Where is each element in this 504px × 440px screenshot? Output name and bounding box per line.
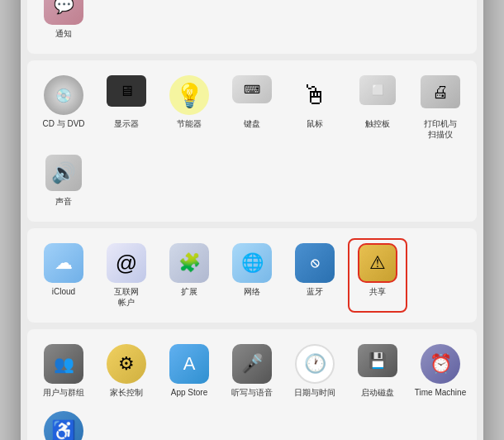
- pref-icloud[interactable]: ☁ iCloud: [34, 238, 93, 313]
- pref-internet-label: 互联网帐户: [114, 286, 139, 308]
- pref-share[interactable]: ⚠ 共享: [348, 238, 407, 313]
- pref-datetime[interactable]: 🕐 日期与时间: [285, 339, 345, 403]
- system-preferences-window: ‹ › 系统偏好设置 🔍 ⚙ 通用: [21, 0, 483, 440]
- pref-share-label: 共享: [369, 286, 386, 297]
- pref-energy[interactable]: 💡 节能器: [159, 70, 219, 145]
- pref-dictation[interactable]: 🎤 听写与语音: [222, 339, 282, 403]
- timemachine-icon: ⏰: [421, 344, 460, 384]
- pref-users[interactable]: 👥 用户与群组: [34, 339, 93, 403]
- pref-energy-label: 节能器: [177, 118, 202, 129]
- pref-icloud-label: iCloud: [52, 286, 75, 297]
- parental-icon: ⚙: [107, 344, 146, 384]
- pref-parental-label: 家长控制: [110, 387, 143, 398]
- section-hardware: 💿 CD 与 DVD 🖥 显示器 💡 节能器 ⌨ 键盘: [27, 60, 477, 222]
- pref-network-label: 网络: [244, 286, 260, 297]
- preferences-content: ⚙ 通用 🖥 桌面与屏幕保护程序 ⬛ Dock ⬜ Missio: [21, 0, 483, 440]
- pref-cd-label: CD 与 DVD: [42, 118, 84, 129]
- users-icon: 👥: [44, 344, 83, 384]
- pref-bluetooth[interactable]: ⦸ 蓝牙: [285, 238, 345, 313]
- sound-icon: 🔊: [45, 155, 82, 191]
- pref-display-label: 显示器: [114, 118, 139, 129]
- extend-icon: 🧩: [169, 243, 209, 283]
- pref-keyboard[interactable]: ⌨ 键盘: [222, 70, 282, 145]
- pref-appstore[interactable]: A App Store: [159, 339, 219, 403]
- dictation-icon: 🎤: [232, 344, 272, 384]
- pref-trackpad-label: 触控板: [365, 118, 390, 129]
- pref-mouse-label: 鼠标: [307, 118, 323, 129]
- share-icon: ⚠: [358, 243, 397, 283]
- pref-sound-label: 声音: [55, 196, 72, 207]
- datetime-icon: 🕐: [295, 344, 335, 384]
- pref-appstore-label: App Store: [171, 387, 207, 398]
- network-icon: 🌐: [232, 243, 272, 283]
- pref-internet[interactable]: @ 互联网帐户: [97, 238, 156, 313]
- pref-timemachine[interactable]: ⏰ Time Machine: [411, 339, 470, 403]
- section-internet: ☁ iCloud @ 互联网帐户 🧩 扩展 🌐 网络: [27, 228, 477, 323]
- pref-printer[interactable]: 🖨 打印机与扫描仪: [411, 70, 470, 145]
- internet-icon: @: [107, 243, 146, 283]
- section-personal: ⚙ 通用 🖥 桌面与屏幕保护程序 ⬛ Dock ⬜ Missio: [27, 0, 477, 54]
- notification-icon: 💬: [44, 0, 83, 25]
- printer-icon: 🖨: [421, 75, 460, 108]
- pref-timemachine-label: Time Machine: [415, 387, 466, 398]
- display-icon: 🖥: [107, 75, 146, 107]
- bluetooth-icon: ⦸: [295, 243, 335, 283]
- pref-cd[interactable]: 💿 CD 与 DVD: [34, 70, 93, 145]
- icloud-icon: ☁: [44, 243, 83, 283]
- startup-icon: 💾: [358, 344, 397, 377]
- pref-mouse[interactable]: 🖱 鼠标: [285, 70, 345, 145]
- pref-startup-label: 启动磁盘: [361, 387, 394, 398]
- pref-accessibility[interactable]: ♿ 辅助功能: [34, 406, 93, 440]
- pref-notification-label: 通知: [55, 28, 72, 39]
- accessibility-icon: ♿: [44, 411, 83, 440]
- pref-extend[interactable]: 🧩 扩展: [159, 238, 219, 313]
- pref-trackpad[interactable]: ⬜ 触控板: [348, 70, 407, 145]
- pref-sound[interactable]: 🔊 声音: [34, 148, 93, 212]
- pref-network[interactable]: 🌐 网络: [222, 238, 282, 313]
- pref-printer-label: 打印机与扫描仪: [424, 118, 457, 140]
- pref-extend-label: 扩展: [181, 286, 197, 297]
- pref-parental[interactable]: ⚙ 家长控制: [97, 339, 156, 403]
- pref-bluetooth-label: 蓝牙: [307, 286, 323, 297]
- energy-icon: 💡: [169, 75, 209, 115]
- pref-keyboard-label: 键盘: [244, 118, 260, 129]
- pref-notification[interactable]: 💬 通知: [34, 0, 93, 44]
- cd-icon: 💿: [44, 75, 83, 115]
- section-system: 👥 用户与群组 ⚙ 家长控制 A App Store 🎤 听写: [27, 329, 477, 440]
- pref-dictation-label: 听写与语音: [231, 387, 273, 398]
- pref-display[interactable]: 🖥 显示器: [97, 70, 156, 145]
- pref-startup[interactable]: 💾 启动磁盘: [348, 339, 407, 403]
- trackpad-icon: ⬜: [359, 75, 396, 105]
- appstore-icon: A: [169, 344, 209, 384]
- pref-datetime-label: 日期与时间: [294, 387, 335, 398]
- keyboard-icon: ⌨: [232, 75, 272, 103]
- mouse-icon: 🖱: [295, 75, 335, 115]
- pref-users-label: 用户与群组: [43, 387, 84, 398]
